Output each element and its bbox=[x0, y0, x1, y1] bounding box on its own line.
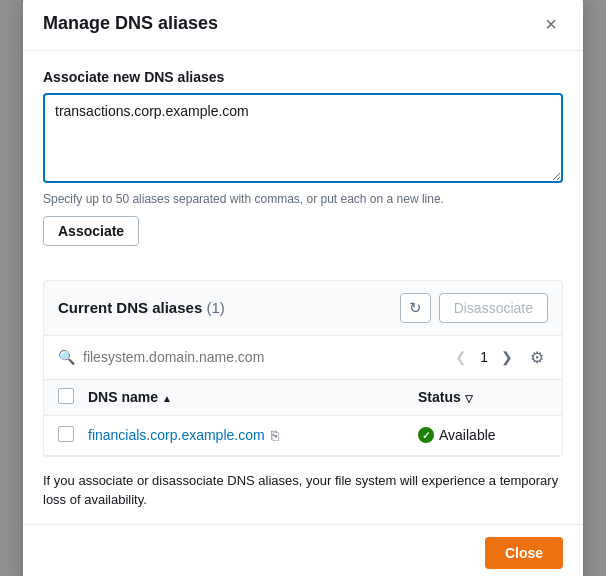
dns-name-col-header[interactable]: DNS name bbox=[88, 389, 418, 405]
alias-count: (1) bbox=[206, 299, 224, 316]
dns-alias-input[interactable]: transactions.corp.example.com bbox=[43, 93, 563, 183]
hint-text: Specify up to 50 aliases separated with … bbox=[43, 192, 563, 206]
page-number: 1 bbox=[476, 349, 492, 365]
dns-name-sort-icon bbox=[162, 389, 172, 405]
close-button[interactable]: Close bbox=[485, 537, 563, 569]
row-status: Available bbox=[418, 427, 548, 443]
modal-title: Manage DNS aliases bbox=[43, 13, 218, 34]
modal-overlay: Manage DNS aliases × Associate new DNS a… bbox=[0, 0, 606, 576]
header-actions: ↻ Disassociate bbox=[400, 293, 548, 323]
associate-button[interactable]: Associate bbox=[43, 216, 139, 246]
prev-page-button[interactable]: ❮ bbox=[450, 347, 472, 367]
pagination: ❮ 1 ❯ bbox=[450, 347, 518, 367]
manage-dns-modal: Manage DNS aliases × Associate new DNS a… bbox=[23, 0, 583, 576]
select-all-col bbox=[58, 388, 88, 407]
row-dns-name: financials.corp.example.com ⎘ bbox=[88, 427, 418, 443]
current-dns-title: Current DNS aliases (1) bbox=[58, 299, 225, 316]
next-page-button[interactable]: ❯ bbox=[496, 347, 518, 367]
table-header: DNS name Status bbox=[44, 380, 562, 416]
status-col-header[interactable]: Status bbox=[418, 389, 548, 405]
select-all-checkbox[interactable] bbox=[58, 388, 74, 404]
current-dns-header: Current DNS aliases (1) ↻ Disassociate bbox=[44, 281, 562, 336]
modal-footer: Close bbox=[23, 524, 583, 577]
current-dns-section: Current DNS aliases (1) ↻ Disassociate 🔍… bbox=[43, 280, 563, 457]
search-input[interactable] bbox=[83, 349, 442, 365]
close-icon-button[interactable]: × bbox=[539, 12, 563, 36]
refresh-icon: ↻ bbox=[409, 299, 422, 317]
table-row: financials.corp.example.com ⎘ Available bbox=[44, 416, 562, 456]
footer-note: If you associate or disassociate DNS ali… bbox=[23, 457, 583, 524]
status-sort-icon bbox=[465, 389, 473, 405]
associate-section: Associate new DNS aliases transactions.c… bbox=[23, 51, 583, 264]
disassociate-button[interactable]: Disassociate bbox=[439, 293, 548, 323]
row-check-col bbox=[58, 426, 88, 445]
modal-header: Manage DNS aliases × bbox=[23, 0, 583, 51]
copy-icon[interactable]: ⎘ bbox=[271, 428, 279, 443]
settings-button[interactable]: ⚙ bbox=[526, 346, 548, 369]
search-bar: 🔍 ❮ 1 ❯ ⚙ bbox=[44, 336, 562, 380]
associate-label: Associate new DNS aliases bbox=[43, 69, 563, 85]
refresh-button[interactable]: ↻ bbox=[400, 293, 431, 323]
search-icon: 🔍 bbox=[58, 349, 75, 365]
status-available-icon bbox=[418, 427, 434, 443]
row-checkbox[interactable] bbox=[58, 426, 74, 442]
